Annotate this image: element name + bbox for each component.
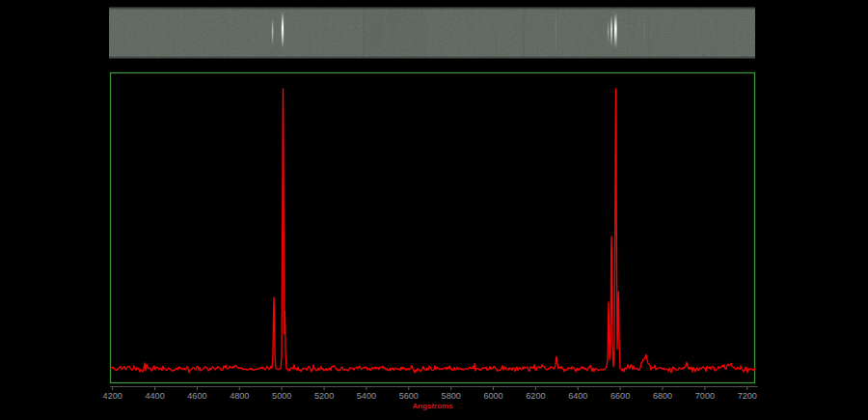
svg-text:5200: 5200 bbox=[314, 391, 334, 401]
svg-text:5000: 5000 bbox=[272, 391, 291, 401]
svg-text:4200: 4200 bbox=[103, 391, 122, 401]
svg-text:4400: 4400 bbox=[145, 391, 164, 401]
svg-text:5600: 5600 bbox=[399, 391, 419, 401]
svg-text:6000: 6000 bbox=[483, 391, 502, 401]
svg-text:Angstroms: Angstroms bbox=[412, 402, 453, 410]
svg-text:6400: 6400 bbox=[568, 391, 587, 401]
svg-text:5400: 5400 bbox=[357, 391, 376, 401]
svg-text:6200: 6200 bbox=[526, 391, 545, 401]
svg-text:6800: 6800 bbox=[653, 391, 672, 401]
svg-text:7200: 7200 bbox=[738, 391, 757, 401]
svg-text:7000: 7000 bbox=[695, 391, 715, 401]
svg-text:5800: 5800 bbox=[442, 391, 461, 401]
svg-text:4600: 4600 bbox=[187, 391, 206, 401]
svg-text:4800: 4800 bbox=[230, 391, 249, 401]
svg-text:6600: 6600 bbox=[610, 391, 630, 401]
